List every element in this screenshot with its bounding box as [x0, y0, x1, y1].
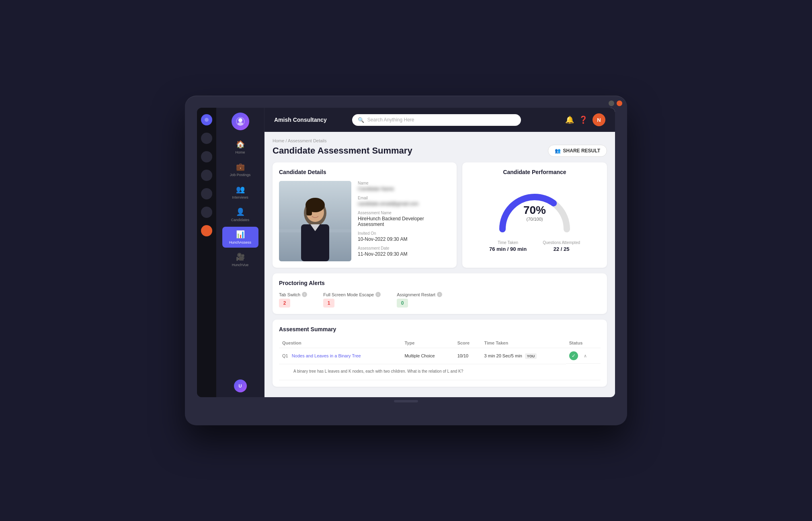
rail-dot-4 [201, 188, 212, 199]
help-icon[interactable]: ❓ [579, 115, 588, 124]
assignment-restart-label-row: Assignment Restart i [397, 292, 442, 297]
assessment-summary-card: Assesment Summary Question Type Score Ti… [273, 320, 607, 387]
email-label: Email [358, 196, 450, 200]
you-badge: YOU [525, 353, 537, 359]
header: Amish Consultancy 🔍 Search Anything Here… [265, 108, 615, 132]
col-time-taken: Time Taken [481, 338, 566, 348]
type-cell: Multiple Choice [401, 348, 454, 364]
tab-switch-badge: 2 [279, 299, 290, 308]
sidebar-item-interviews-label: Interviews [232, 195, 248, 199]
full-screen-info-icon[interactable]: i [375, 292, 381, 297]
proctoring-alerts-title: Proctoring Alerts [279, 280, 601, 286]
corner-dot-gray [609, 101, 614, 106]
time-taken-label: Time Taken [489, 240, 527, 245]
table-row: Q1 Nodes and Leaves in a Binary Tree Mul… [279, 348, 601, 364]
full-screen-alert: Full Screen Mode Escape i 1 [323, 292, 381, 308]
expand-icon[interactable]: ∧ [584, 353, 587, 359]
share-result-label: SHARE RESULT [563, 148, 600, 154]
questions-attempted-value: 22 / 25 [543, 246, 580, 252]
question-detail-cell: A binary tree has L leaves and K nodes, … [279, 364, 601, 380]
assessment-date-label: Assessment Date [358, 246, 450, 250]
tab-switch-info-icon[interactable]: i [302, 292, 307, 297]
hunchvue-icon: 🎥 [236, 252, 245, 261]
tab-switch-label-row: Tab Switch i [279, 292, 307, 297]
full-screen-badge: 1 [323, 299, 334, 308]
alerts-row: Tab Switch i 2 Full Screen Mode Escape i [279, 292, 601, 308]
main-content: Amish Consultancy 🔍 Search Anything Here… [265, 108, 615, 397]
info-email-row: Email candidate.email@gmail.com [358, 196, 450, 207]
assessment-date-value: 11-Nov-2022 09:30 AM [358, 251, 450, 257]
user-avatar[interactable]: N [593, 113, 605, 126]
sidebar-item-job-postings-label: Job Postings [230, 173, 251, 177]
score-cell: 10/10 [454, 348, 481, 364]
candidates-icon: 👤 [236, 207, 245, 216]
col-status: Status [566, 338, 601, 348]
share-result-button[interactable]: 👥 SHARE RESULT [548, 145, 607, 157]
breadcrumb-separator: / [285, 138, 287, 143]
name-value: Candidate Name [358, 186, 450, 192]
assignment-restart-info-icon[interactable]: i [437, 292, 442, 297]
assignment-restart-label: Assignment Restart [397, 292, 435, 297]
header-actions: 🔔 ❓ N [565, 113, 605, 126]
sidebar-item-candidates[interactable]: 👤 Candidates [222, 204, 258, 225]
time-taken-value: 76 min / 90 min [489, 246, 527, 252]
sidebar-item-hunchvue[interactable]: 🎥 HunchVue [222, 249, 258, 270]
question-cell: Q1 Nodes and Leaves in a Binary Tree [279, 348, 401, 364]
rail-dot-active [201, 114, 212, 125]
full-screen-label: Full Screen Mode Escape [323, 292, 374, 297]
info-invited-on-row: Invited On 10-Nov-2022 09:30 AM [358, 231, 450, 242]
search-input[interactable]: Search Anything Here [367, 117, 414, 123]
question-detail-row: A binary tree has L leaves and K nodes, … [279, 364, 601, 380]
rail-dot-orange [201, 225, 212, 236]
candidate-info: Name Candidate Name Email candidate.emai… [358, 181, 450, 261]
sidebar-item-interviews[interactable]: 👥 Interviews [222, 182, 258, 203]
search-bar[interactable]: 🔍 Search Anything Here [352, 114, 521, 126]
col-score: Score [454, 338, 481, 348]
laptop-chin-notch [394, 400, 418, 402]
col-type: Type [401, 338, 454, 348]
gauge-container: 70% (70/100) [494, 185, 575, 233]
candidate-photo [279, 181, 351, 261]
sidebar-item-home[interactable]: 🏠 Home [222, 137, 258, 158]
page-area: Home / Assessment Details Candidate Asse… [265, 132, 615, 397]
questions-attempted-stat: Questions Attempted 22 / 25 [543, 240, 580, 252]
assessment-summary-title: Assesment Summary [279, 326, 601, 332]
job-postings-icon: 💼 [236, 162, 245, 171]
assignment-restart-alert: Assignment Restart i 0 [397, 292, 442, 308]
full-screen-label-row: Full Screen Mode Escape i [323, 292, 381, 297]
assessment-name-label: Assessment Name [358, 211, 450, 215]
email-value: candidate.email@gmail.com [358, 201, 450, 207]
correct-icon: ✓ [569, 351, 578, 360]
time-taken-stat: Time Taken 76 min / 90 min [489, 240, 527, 252]
tab-switch-label: Tab Switch [279, 292, 300, 297]
notification-icon[interactable]: 🔔 [565, 115, 574, 124]
question-link[interactable]: Nodes and Leaves in a Binary Tree [292, 353, 361, 358]
sidebar-item-candidates-label: Candidates [231, 218, 250, 222]
assignment-restart-badge: 0 [397, 299, 408, 308]
sidebar-user-avatar[interactable]: U [234, 379, 247, 392]
sidebar-item-hunchassess[interactable]: 📊 HunchAssess [222, 227, 258, 248]
svg-rect-10 [306, 203, 312, 215]
share-icon: 👥 [555, 148, 561, 154]
breadcrumb-home[interactable]: Home [273, 138, 284, 143]
svg-point-0 [238, 118, 242, 122]
breadcrumb: Home / Assessment Details [273, 138, 607, 143]
time-taken-cell: 3 min 20 Sec/5 min YOU [481, 348, 566, 364]
rail-dot-3 [201, 170, 212, 181]
home-icon: 🏠 [236, 140, 245, 149]
interviews-icon: 👥 [236, 185, 245, 194]
questions-attempted-label: Questions Attempted [543, 240, 580, 245]
performance-card-title: Candidate Performance [503, 169, 566, 175]
sidebar-item-home-label: Home [235, 150, 245, 154]
status-cell: ✓ ∧ [566, 348, 601, 364]
invited-on-label: Invited On [358, 231, 450, 236]
gauge-text: 70% (70/100) [523, 204, 546, 222]
candidate-details-card: Candidate Details [273, 162, 457, 268]
breadcrumb-current: Assessment Details [288, 138, 327, 143]
sidebar-item-job-postings[interactable]: 💼 Job Postings [222, 159, 258, 180]
tab-switch-alert: Tab Switch i 2 [279, 292, 307, 308]
sidebar-logo [232, 113, 249, 130]
candidate-details-body: Name Candidate Name Email candidate.emai… [279, 181, 450, 261]
rail-dot-1 [201, 133, 212, 144]
corner-dot-orange [617, 101, 622, 106]
